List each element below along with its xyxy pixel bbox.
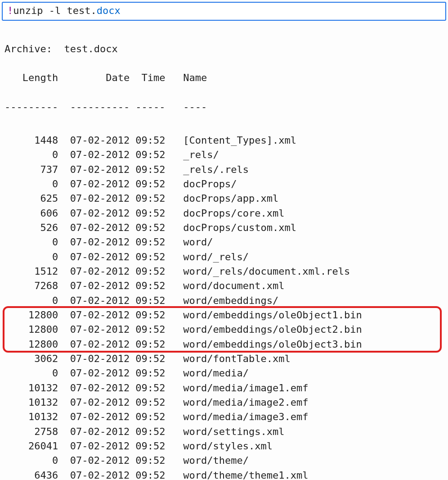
table-row: 12800 07-02-2012 09:52 word/embeddings/o… bbox=[4, 308, 444, 322]
header-name: Name bbox=[183, 71, 207, 85]
cell-time: 09:52 bbox=[135, 294, 165, 308]
cell-time: 09:52 bbox=[135, 468, 165, 480]
command-input[interactable]: !unzip -l test.docx bbox=[2, 2, 446, 21]
header-length: Length bbox=[4, 71, 58, 85]
table-row: 6436 07-02-2012 09:52 word/theme/theme1.… bbox=[4, 468, 444, 480]
cell-name: word/theme/theme1.xml bbox=[183, 468, 308, 480]
cell-length: 12800 bbox=[4, 308, 58, 322]
cell-name: word/_rels/document.xml.rels bbox=[183, 264, 350, 279]
table-row: 526 07-02-2012 09:52 docProps/custom.xml bbox=[4, 221, 444, 235]
cell-name: docProps/ bbox=[183, 177, 237, 191]
cell-name: docProps/app.xml bbox=[183, 191, 278, 206]
cell-date: 07-02-2012 bbox=[70, 221, 130, 235]
cell-date: 07-02-2012 bbox=[70, 468, 130, 480]
cell-name: word/fontTable.xml bbox=[183, 352, 290, 366]
table-row: 12800 07-02-2012 09:52 word/embeddings/o… bbox=[4, 337, 444, 352]
table-row: 0 07-02-2012 09:52 word/ bbox=[4, 235, 444, 249]
cell-time: 09:52 bbox=[135, 191, 165, 206]
cell-time: 09:52 bbox=[135, 264, 165, 279]
cell-length: 26041 bbox=[4, 439, 58, 453]
command-arg-ext: docx bbox=[97, 5, 121, 16]
cell-date: 07-02-2012 bbox=[70, 395, 130, 410]
cell-time: 09:52 bbox=[135, 425, 165, 439]
cell-name: word/media/image2.emf bbox=[183, 395, 308, 410]
table-row: 3062 07-02-2012 09:52 word/fontTable.xml bbox=[4, 352, 444, 366]
cell-date: 07-02-2012 bbox=[70, 453, 130, 468]
cell-name: docProps/core.xml bbox=[183, 206, 284, 221]
cell-name: word/media/ bbox=[183, 366, 249, 380]
cell-length: 0 bbox=[4, 177, 58, 191]
cell-date: 07-02-2012 bbox=[70, 279, 130, 293]
cell-date: 07-02-2012 bbox=[70, 352, 130, 366]
cell-length: 10132 bbox=[4, 410, 58, 424]
cell-name: word/embeddings/oleObject2.bin bbox=[183, 322, 362, 337]
cell-length: 625 bbox=[4, 191, 58, 206]
table-row: 606 07-02-2012 09:52 docProps/core.xml bbox=[4, 206, 444, 221]
cell-name: _rels/ bbox=[183, 148, 219, 162]
cell-name: word/media/image1.emf bbox=[183, 381, 308, 395]
cell-date: 07-02-2012 bbox=[70, 163, 130, 177]
table-row: 625 07-02-2012 09:52 docProps/app.xml bbox=[4, 191, 444, 206]
cell-length: 3062 bbox=[4, 352, 58, 366]
cell-date: 07-02-2012 bbox=[70, 148, 130, 162]
command-arg-prefix: test. bbox=[67, 5, 96, 16]
cell-length: 0 bbox=[4, 294, 58, 308]
cell-length: 0 bbox=[4, 235, 58, 249]
cell-name: word/embeddings/oleObject3.bin bbox=[183, 337, 362, 352]
cell-date: 07-02-2012 bbox=[70, 439, 130, 453]
table-row: 2758 07-02-2012 09:52 word/settings.xml bbox=[4, 425, 444, 439]
command-flag: -l bbox=[49, 5, 61, 16]
table-row: 1448 07-02-2012 09:52 [Content_Types].xm… bbox=[4, 133, 444, 148]
cell-time: 09:52 bbox=[135, 206, 165, 221]
cell-date: 07-02-2012 bbox=[70, 177, 130, 191]
cell-date: 07-02-2012 bbox=[70, 235, 130, 249]
cell-time: 09:52 bbox=[135, 439, 165, 453]
cell-date: 07-02-2012 bbox=[70, 264, 130, 279]
cell-length: 2758 bbox=[4, 425, 58, 439]
cell-name: word/ bbox=[183, 235, 213, 249]
cell-time: 09:52 bbox=[135, 366, 165, 380]
cell-length: 737 bbox=[4, 163, 58, 177]
cell-name: _rels/.rels bbox=[183, 163, 249, 177]
cell-time: 09:52 bbox=[135, 410, 165, 424]
table-row: 10132 07-02-2012 09:52 word/media/image2… bbox=[4, 395, 444, 410]
cell-time: 09:52 bbox=[135, 221, 165, 235]
cell-length: 0 bbox=[4, 148, 58, 162]
cell-date: 07-02-2012 bbox=[70, 191, 130, 206]
table-row: 26041 07-02-2012 09:52 word/styles.xml bbox=[4, 439, 444, 453]
cell-length: 12800 bbox=[4, 337, 58, 352]
header-date: Date bbox=[70, 71, 130, 85]
cell-name: word/theme/ bbox=[183, 453, 249, 468]
cell-time: 09:52 bbox=[135, 395, 165, 410]
table-row: 12800 07-02-2012 09:52 word/embeddings/o… bbox=[4, 322, 444, 337]
header-row: Length Date Time Name bbox=[4, 71, 444, 85]
cell-time: 09:52 bbox=[135, 133, 165, 148]
table-row: 0 07-02-2012 09:52 word/media/ bbox=[4, 366, 444, 380]
cell-name: word/embeddings/oleObject1.bin bbox=[183, 308, 362, 322]
table-row: 7268 07-02-2012 09:52 word/document.xml bbox=[4, 279, 444, 293]
table-row: 1512 07-02-2012 09:52 word/_rels/documen… bbox=[4, 264, 444, 279]
cell-date: 07-02-2012 bbox=[70, 337, 130, 352]
cell-name: word/_rels/ bbox=[183, 250, 249, 264]
cell-name: word/settings.xml bbox=[183, 425, 284, 439]
cell-length: 606 bbox=[4, 206, 58, 221]
cell-time: 09:52 bbox=[135, 381, 165, 395]
cell-length: 1448 bbox=[4, 133, 58, 148]
cell-length: 526 bbox=[4, 221, 58, 235]
table-row: 10132 07-02-2012 09:52 word/media/image1… bbox=[4, 381, 444, 395]
command-output: Archive: test.docx Length Date Time Name… bbox=[0, 27, 448, 480]
table-row: 0 07-02-2012 09:52 word/_rels/ bbox=[4, 250, 444, 264]
cell-date: 07-02-2012 bbox=[70, 308, 130, 322]
cell-time: 09:52 bbox=[135, 163, 165, 177]
cell-date: 07-02-2012 bbox=[70, 322, 130, 337]
cell-time: 09:52 bbox=[135, 352, 165, 366]
cell-time: 09:52 bbox=[135, 235, 165, 249]
cell-time: 09:52 bbox=[135, 322, 165, 337]
table-row: 0 07-02-2012 09:52 _rels/ bbox=[4, 148, 444, 162]
cell-date: 07-02-2012 bbox=[70, 410, 130, 424]
cell-length: 1512 bbox=[4, 264, 58, 279]
cell-length: 0 bbox=[4, 250, 58, 264]
cell-time: 09:52 bbox=[135, 148, 165, 162]
cell-length: 10132 bbox=[4, 395, 58, 410]
archive-line: Archive: test.docx bbox=[4, 42, 444, 56]
